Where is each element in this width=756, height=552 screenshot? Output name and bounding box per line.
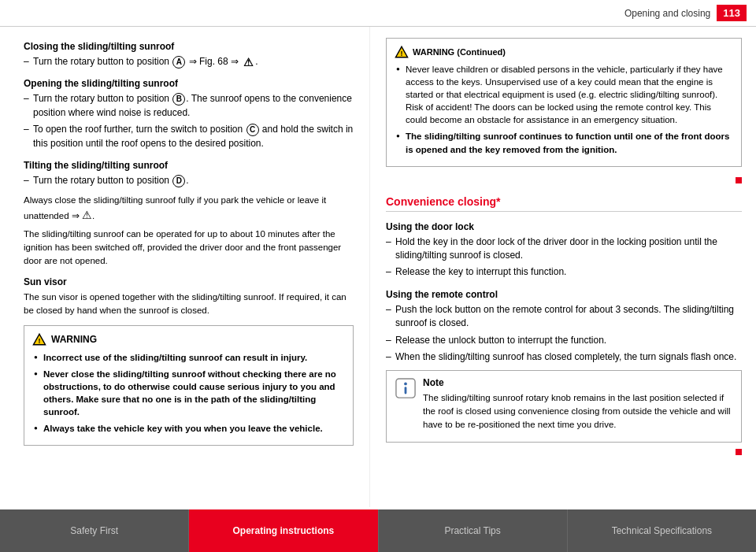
main-content: Closing the sliding/tilting sunroof Turn…: [0, 27, 756, 507]
footer-tabs: Safety First Operating instructions Prac…: [0, 509, 756, 552]
sun-visor-title: Sun visor: [24, 276, 354, 287]
door-lock-item-2: Release the key to interrupt this functi…: [395, 265, 742, 279]
sun-visor-text: The sun visor is opened together with th…: [24, 291, 354, 317]
tab-practical-tips[interactable]: Practical Tips: [379, 509, 568, 552]
tab-technical-specifications[interactable]: Technical Specifications: [568, 509, 756, 552]
label-C: C: [246, 124, 259, 136]
note-text: The sliding/tilting sunroof rotary knob …: [423, 391, 733, 431]
door-lock-item-1: Hold the key in the door lock of the dri…: [395, 235, 742, 263]
section-opening-title: Opening the sliding/tilting sunroof: [24, 78, 354, 89]
svg-text:!: !: [39, 336, 41, 344]
remote-item-1: Push the lock button on the remote contr…: [395, 303, 742, 331]
label-B: B: [172, 93, 185, 106]
warning-bullet-2: Never close the sliding/tilting sunroof …: [43, 368, 345, 418]
svg-text:!: !: [401, 50, 403, 57]
warning-triangle-icon: !: [32, 332, 46, 346]
remote-control-title: Using the remote control: [386, 289, 742, 300]
note-title: Note: [423, 377, 733, 388]
warning-continued-title: WARNING (Continued): [413, 47, 506, 57]
warning-continued-header: ! WARNING (Continued): [395, 45, 733, 59]
warning-continued-icon: !: [395, 45, 409, 59]
header-title: Opening and closing: [624, 8, 710, 19]
tab-safety-first[interactable]: Safety First: [0, 509, 189, 552]
opening-item-2: To open the roof further, turn the switc…: [33, 123, 354, 150]
section-closing-title: Closing the sliding/tilting sunroof: [24, 41, 354, 52]
section-tilting-title: Tilting the sliding/tilting sunroof: [24, 160, 354, 171]
opening-item-1: Turn the rotary button to position B. Th…: [33, 92, 354, 120]
tab-operating-instructions-label: Operating instructions: [233, 525, 335, 536]
svg-rect-6: [405, 387, 407, 395]
door-lock-title: Using the door lock: [386, 221, 742, 232]
tab-technical-specifications-label: Technical Specifications: [612, 525, 712, 536]
warning-triangle-inline: ⚠: [242, 56, 254, 69]
remote-item-2: Release the unlock button to interrupt t…: [395, 334, 742, 347]
note-always-close: Always close the sliding/tilting sunroof…: [24, 194, 354, 223]
note-icon: [395, 377, 417, 399]
right-column: ! WARNING (Continued) Never leave childr…: [370, 27, 756, 507]
warning-header: ! WARNING: [32, 332, 345, 346]
label-A: A: [172, 56, 185, 69]
label-D: D: [172, 175, 185, 187]
header-bar: Opening and closing 113: [0, 0, 756, 27]
warning-bullet-3: Always take the vehicle key with you whe…: [43, 422, 345, 435]
red-square-2: [736, 449, 742, 455]
note-10-minutes: The sliding/tilting sunroof can be opera…: [24, 228, 354, 267]
warning-continued-bullet-1: Never leave children or disabled persons…: [406, 63, 733, 126]
remote-item-3: When the sliding/tilting sunroof has clo…: [395, 350, 742, 364]
closing-item-1: Turn the rotary button to position A ⇒ F…: [33, 55, 354, 69]
red-square-1: [736, 177, 742, 183]
warning-continued-bullet-2: The sliding/tilting sunroof continues to…: [406, 130, 733, 155]
tab-practical-tips-label: Practical Tips: [444, 525, 500, 536]
convenience-title: Convenience closing*: [386, 195, 742, 212]
tab-operating-instructions[interactable]: Operating instructions: [189, 509, 378, 552]
warning-continued-box: ! WARNING (Continued) Never leave childr…: [386, 38, 742, 167]
tilting-item-1: Turn the rotary button to position D.: [33, 174, 354, 187]
tab-safety-first-label: Safety First: [70, 525, 118, 536]
left-column: Closing the sliding/tilting sunroof Turn…: [0, 27, 370, 507]
svg-point-5: [404, 383, 407, 386]
page-number: 113: [717, 5, 747, 21]
note-content: Note The sliding/tilting sunroof rotary …: [423, 377, 733, 435]
warning-title: WARNING: [51, 334, 97, 345]
warning-box: ! WARNING Incorrect use of the sliding/t…: [24, 325, 354, 446]
note-box: Note The sliding/tilting sunroof rotary …: [386, 370, 742, 443]
warning-bullet-1: Incorrect use of the sliding/tilting sun…: [43, 351, 345, 364]
